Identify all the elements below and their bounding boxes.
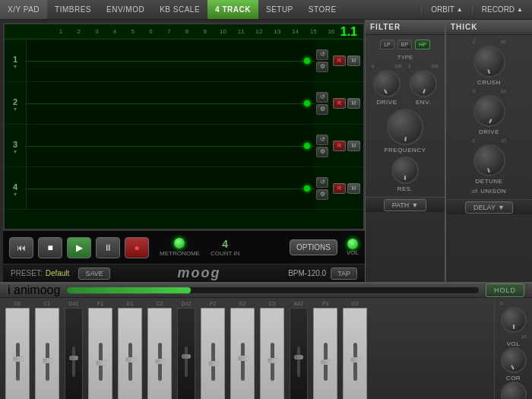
path-button[interactable]: PATH ▼	[384, 199, 427, 211]
nav-timbres[interactable]: TIMBRES	[47, 0, 99, 19]
nav-4track[interactable]: 4 TRACK	[207, 0, 258, 19]
key-as2: A#2	[287, 301, 310, 399]
track-3-rec[interactable]: R	[333, 141, 346, 151]
glide-knob[interactable]	[501, 382, 527, 399]
track-3-loop[interactable]: ↺	[316, 135, 328, 145]
thick-header: THICK	[446, 20, 532, 35]
transport: ⏮ ■ ▶ ⏸ ● METRONOME 4 COUNT IN OPTI	[3, 230, 365, 264]
record-button[interactable]: ●	[125, 237, 149, 258]
track-3-mute[interactable]: M	[347, 141, 360, 151]
track-4-loop[interactable]: ↺	[316, 177, 328, 188]
record-header[interactable]: RECORD	[482, 5, 515, 14]
track-2-loop[interactable]: ↺	[316, 92, 328, 103]
record-arrow: ▲	[517, 6, 523, 13]
env-knob-container: 0100 ENV.	[408, 64, 439, 106]
key-g1-body[interactable]	[118, 308, 142, 399]
path-arrow: ▼	[411, 201, 418, 209]
filter-bp[interactable]: BP	[397, 40, 412, 49]
track-3: 3 ▼ ↺ ⚙ R M	[5, 125, 363, 167]
filter-content: LP BP HP TYPE 0100 DRIVE	[366, 35, 445, 197]
nav-xy-pad[interactable]: X/Y PAD	[0, 0, 47, 19]
orbit-header[interactable]: ORBIT	[431, 5, 454, 14]
key-f2-body[interactable]	[201, 308, 225, 399]
orbit-arrow: ▲	[457, 6, 463, 13]
vol-dot	[347, 239, 358, 249]
thick-panel: THICK 210 CRUSH 010	[445, 20, 532, 282]
animoog-logo: i animoog	[8, 283, 60, 297]
track-3-settings[interactable]: ⚙	[316, 147, 328, 157]
vol-knob[interactable]	[501, 307, 527, 333]
key-f3-body[interactable]	[313, 308, 337, 399]
pause-button[interactable]: ⏸	[96, 237, 120, 258]
track-2-rec[interactable]: R	[333, 98, 346, 109]
vol-label: VOL	[347, 249, 359, 256]
detune-knob[interactable]	[473, 144, 505, 176]
track-1-loop[interactable]: ↺	[316, 49, 328, 60]
hold-button[interactable]: HOLD	[486, 283, 524, 297]
nav-setup[interactable]: SETUP	[258, 0, 301, 19]
key-c3-body[interactable]	[260, 308, 284, 399]
freq-knob[interactable]	[387, 109, 423, 145]
key-g2-body[interactable]	[230, 308, 255, 399]
key-as2-body[interactable]	[290, 308, 308, 399]
crush-knob[interactable]	[473, 46, 505, 78]
key-g3-label: G3	[351, 301, 358, 306]
rewind-button[interactable]: ⏮	[9, 237, 33, 258]
key-g3-body[interactable]	[343, 308, 367, 399]
animoog-bar-fill	[67, 287, 190, 293]
count-in-area[interactable]: 4 COUNT IN	[211, 238, 240, 257]
track-2-content[interactable]	[26, 82, 315, 124]
key-c2-body[interactable]	[147, 308, 172, 399]
metronome-area[interactable]: METRONOME	[160, 238, 200, 257]
cor-knob[interactable]	[501, 347, 527, 373]
vol-area[interactable]: VOL	[347, 239, 359, 256]
filter-hp[interactable]: HP	[415, 40, 430, 49]
nav-kb-scale[interactable]: KB SCALE	[152, 0, 207, 19]
track-3-content[interactable]	[26, 125, 315, 166]
thick-drive-knob[interactable]	[473, 95, 505, 127]
delay-button[interactable]: DELAY ▼	[465, 201, 513, 214]
off-label: off	[472, 188, 478, 194]
vol-knob-container: 0 10 VOL	[501, 301, 527, 347]
moog-logo: moog	[177, 265, 220, 281]
track-1-settings[interactable]: ⚙	[316, 62, 328, 72]
key-g0-body[interactable]	[5, 308, 30, 399]
env-knob[interactable]	[410, 70, 437, 97]
track-2-settings[interactable]: ⚙	[316, 104, 328, 115]
track-4-mute[interactable]: M	[347, 183, 360, 194]
track-4-settings[interactable]: ⚙	[316, 189, 328, 200]
vol-knob-label: VOL	[507, 340, 521, 347]
key-g2: G2	[228, 301, 257, 399]
drive-knob[interactable]	[373, 70, 401, 97]
track-1-mute[interactable]: M	[347, 55, 360, 66]
track-2-mute[interactable]: M	[347, 98, 360, 109]
animoog-progress-bar[interactable]	[66, 287, 480, 294]
key-ds2-body[interactable]	[177, 308, 195, 399]
tap-button[interactable]: TAP	[331, 268, 357, 280]
count-in-number: 4	[222, 238, 228, 250]
options-button[interactable]: OPTIONS	[290, 239, 337, 255]
res-knob[interactable]	[391, 157, 419, 184]
status-bar: PRESET: Default SAVE moog BPM-120.0 TAP	[3, 264, 365, 282]
stop-button[interactable]: ■	[38, 237, 62, 258]
save-button[interactable]: SAVE	[78, 268, 109, 280]
thick-drive-label: DRIVE	[479, 128, 499, 135]
keys-area: G0 C1 D#1	[0, 298, 494, 399]
track-3-arrow: ▼	[13, 149, 18, 154]
track-1-content[interactable]	[26, 40, 315, 81]
key-ds1-body[interactable]	[65, 308, 83, 399]
cor-knob-label: COR	[506, 375, 521, 382]
track-1-rec[interactable]: R	[333, 55, 346, 66]
key-c1-body[interactable]	[35, 308, 59, 399]
bpm-area: BPM-120.0 TAP	[288, 268, 357, 280]
key-as2-label: A#2	[294, 301, 303, 306]
track-4-content[interactable]	[26, 167, 315, 209]
nav-env-mod[interactable]: ENV/MOD	[99, 0, 152, 19]
res-label: RES.	[397, 185, 413, 192]
nav-store[interactable]: STORE	[301, 0, 344, 19]
track-4-rec[interactable]: R	[333, 183, 346, 194]
track-2-arrow: ▼	[13, 106, 18, 112]
play-button[interactable]: ▶	[67, 237, 91, 258]
key-f1-body[interactable]	[88, 308, 112, 399]
filter-lp[interactable]: LP	[380, 40, 394, 49]
